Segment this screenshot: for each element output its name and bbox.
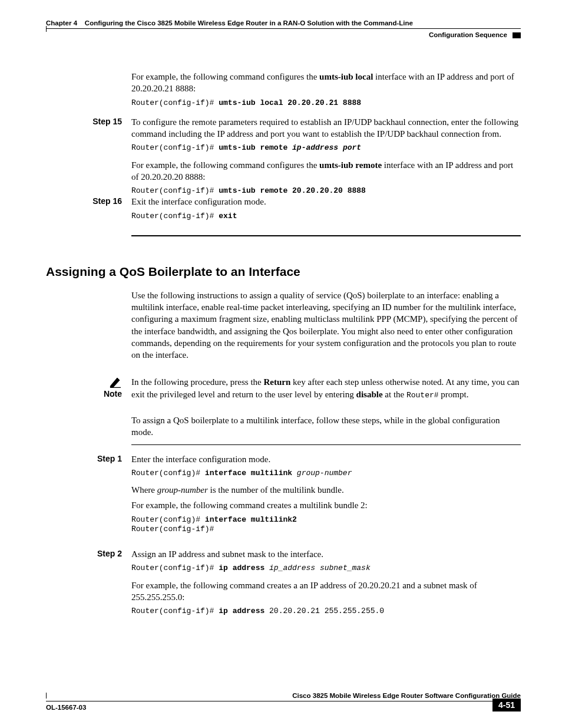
code-example: Router(config-if)# umts-iub local 20.20.… (131, 98, 521, 108)
step-label: Step 15 (46, 116, 131, 196)
body-paragraph: For example, the following command creat… (131, 579, 521, 604)
code-example: Router(config-if)# ip address 20.20.20.2… (131, 607, 521, 616)
page-header: Chapter 4 Configuring the Cisco 3825 Mob… (46, 19, 521, 28)
step-16: Step 16 Exit the interface configuration… (46, 196, 521, 227)
body-paragraph: Use the following instructions to assign… (131, 289, 521, 361)
step-label: Step 1 (46, 453, 131, 541)
body-paragraph: For example, the following command confi… (131, 159, 521, 183)
step-1: Step 1 Enter the interface configuration… (46, 453, 521, 541)
body-paragraph: Where group-number is the number of the … (131, 484, 521, 496)
chapter-label: Chapter 4 (46, 19, 77, 27)
step-2: Step 2 Assign an IP address and subnet m… (46, 548, 521, 622)
thin-divider (131, 444, 521, 445)
code-syntax: Router(config-if)# umts-iub remote ip-ad… (131, 143, 521, 153)
body-paragraph: For example, the following command creat… (131, 499, 521, 511)
code-syntax: Router(config)# interface multilink grou… (131, 469, 521, 478)
code-example: Router(config)# interface multilink2 Rou… (131, 515, 521, 535)
section-name: Configuration Sequence (429, 31, 507, 38)
chapter-title: Configuring the Cisco 3825 Mobile Wirele… (85, 19, 413, 27)
body-paragraph: To assign a QoS boilerplate to a multili… (131, 414, 521, 439)
page-number: 4-51 (492, 699, 521, 711)
code-example: Router(config-if)# exit (131, 212, 521, 221)
section-divider (131, 235, 521, 236)
footer-doc-id: OL-15667-03 (46, 704, 492, 711)
header-accent-icon (513, 32, 521, 38)
step-label: Step 2 (46, 548, 131, 622)
step-15: Step 15 To configure the remote paramete… (46, 116, 521, 196)
note-text: In the following procedure, press the Re… (131, 376, 521, 400)
code-example: Router(config-if)# umts-iub remote 20.20… (131, 186, 521, 196)
note-block: Note In the following procedure, press t… (46, 376, 521, 404)
pencil-icon (109, 376, 122, 388)
body-paragraph: For example, the following command confi… (131, 71, 521, 95)
body-paragraph: Assign an IP address and subnet mask to … (131, 548, 521, 560)
section-heading: Assigning a QoS Boilerplate to an Interf… (46, 265, 521, 279)
page-footer: Cisco 3825 Mobile Wireless Edge Router S… (46, 692, 521, 711)
note-label: Note (46, 389, 122, 398)
body-paragraph: Enter the interface configuration mode. (131, 453, 521, 465)
body-paragraph: Exit the interface configuration mode. (131, 196, 521, 207)
body-paragraph: To configure the remote parameters requi… (131, 116, 521, 140)
step-label: Step 16 (46, 196, 131, 227)
footer-book-title: Cisco 3825 Mobile Wireless Edge Router S… (46, 692, 521, 701)
code-syntax: Router(config-if)# ip address ip_address… (131, 564, 521, 573)
